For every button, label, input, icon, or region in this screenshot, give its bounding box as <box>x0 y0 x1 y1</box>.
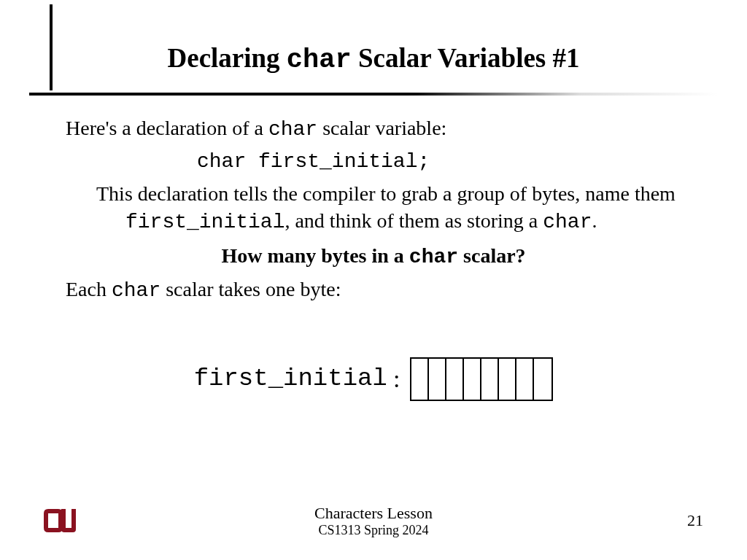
question-text-1: How many bytes in a <box>221 244 409 267</box>
title-part2: Scalar Variables #1 <box>352 43 580 73</box>
slide-footer: Characters Lesson CS1313 Spring 2024 21 <box>0 503 747 538</box>
byte-cell <box>481 359 499 400</box>
declaration-code: char first_initial; <box>66 148 681 176</box>
slide: Declaring char Scalar Variables #1 Here'… <box>0 0 747 560</box>
intro-paragraph: Here's a declaration of a char scalar va… <box>66 114 681 144</box>
explanation-paragraph: This declaration tells the compiler to g… <box>66 180 681 237</box>
slide-header: Declaring char Scalar Variables #1 <box>29 0 718 104</box>
byte-colon: : <box>393 362 400 396</box>
title-part1: Declaring <box>167 43 286 73</box>
answer-code: char <box>112 279 160 302</box>
byte-cell <box>446 359 464 400</box>
byte-cell <box>411 359 429 400</box>
intro-code: char <box>268 118 317 141</box>
vertical-decor-line <box>50 4 53 90</box>
answer-text-2: scalar takes one byte: <box>160 278 341 300</box>
footer-course: CS1313 Spring 2024 <box>79 523 668 538</box>
slide-content: Here's a declaration of a char scalar va… <box>29 104 718 401</box>
byte-label: first_initial <box>194 362 387 396</box>
horizontal-rule <box>29 93 718 96</box>
byte-cell <box>534 359 551 400</box>
explain-code-2: char <box>543 211 592 233</box>
page-number: 21 <box>668 511 703 530</box>
slide-title: Declaring char Scalar Variables #1 <box>29 22 718 93</box>
footer-center: Characters Lesson CS1313 Spring 2024 <box>79 504 668 538</box>
explain-text-2: , and think of them as storing a <box>285 209 543 232</box>
answer-text-1: Each <box>66 278 112 300</box>
explain-text-3: . <box>592 209 597 232</box>
question-line: How many bytes in a char scalar? <box>66 242 681 271</box>
question-text-2: scalar? <box>458 244 526 267</box>
explain-code-1: first_initial <box>125 211 285 233</box>
question-code: char <box>409 246 458 268</box>
intro-text-2: scalar variable: <box>317 117 446 139</box>
footer-lesson: Characters Lesson <box>79 504 668 523</box>
byte-cell <box>429 359 446 400</box>
byte-diagram: first_initial : <box>66 357 681 401</box>
byte-cell <box>499 359 516 400</box>
title-code: char <box>287 44 352 75</box>
explain-text-1: This declaration tells the compiler to g… <box>96 182 676 205</box>
byte-cell <box>516 359 534 400</box>
byte-grid <box>410 357 553 401</box>
intro-text-1: Here's a declaration of a <box>66 117 268 139</box>
byte-cell <box>464 359 481 400</box>
ou-logo-icon <box>44 503 79 538</box>
answer-paragraph: Each char scalar takes one byte: <box>66 276 681 305</box>
